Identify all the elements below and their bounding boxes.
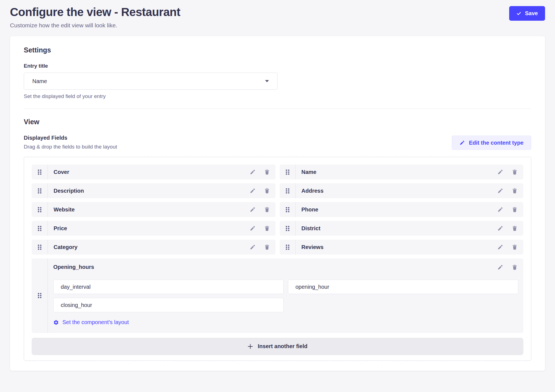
edit-field-button[interactable] [497, 264, 503, 270]
field-row-actions [250, 188, 270, 194]
delete-field-button[interactable] [512, 244, 518, 250]
drag-handle-icon [37, 188, 42, 194]
field-row-label: Price [54, 225, 250, 232]
edit-field-button[interactable] [250, 225, 256, 231]
field-row-label: Address [302, 188, 498, 194]
pencil-icon [459, 140, 465, 145]
field-row-actions [250, 225, 270, 231]
field-row-label: Cover [54, 169, 250, 175]
drag-handle-icon [37, 293, 42, 298]
drag-handle[interactable] [280, 221, 296, 236]
field-row-reviews[interactable]: Reviews [280, 240, 524, 255]
displayed-fields-subtitle: Drag & drop the fields to build the layo… [24, 144, 117, 150]
drag-handle[interactable] [32, 202, 48, 217]
delete-field-button[interactable] [512, 264, 518, 270]
field-row-category[interactable]: Category [32, 240, 276, 255]
entry-title-hint: Set the displayed field of your entry [24, 93, 531, 99]
pencil-icon [497, 247, 503, 251]
edit-field-button[interactable] [497, 188, 503, 194]
field-row-website[interactable]: Website [32, 202, 276, 217]
edit-content-type-label: Edit the content type [469, 140, 524, 146]
component-content: Opening_hours day_interval opening_hour … [48, 258, 523, 333]
edit-field-button[interactable] [250, 244, 256, 250]
component-actions [497, 264, 518, 270]
settings-card: Settings Entry title Name Set the displa… [10, 36, 545, 371]
delete-field-button[interactable] [264, 188, 270, 194]
page-title: Configure the view - Restaurant [10, 6, 180, 19]
check-icon [516, 11, 521, 16]
delete-field-button[interactable] [264, 169, 270, 175]
field-row-district[interactable]: District [280, 221, 524, 236]
field-row-cover[interactable]: Cover [32, 165, 276, 179]
drag-handle[interactable] [280, 202, 296, 217]
edit-field-button[interactable] [497, 169, 503, 175]
field-row-label: Phone [302, 206, 498, 213]
set-component-layout-label: Set the component's layout [62, 319, 129, 325]
displayed-fields-header: Displayed Fields Drag & drop the fields … [24, 135, 531, 150]
entry-title-label: Entry title [24, 63, 531, 69]
drag-handle-icon [285, 226, 290, 231]
subfield-opening-hour[interactable]: opening_hour [288, 280, 518, 294]
edit-field-button[interactable] [497, 244, 503, 250]
drag-handle-icon [285, 169, 290, 175]
field-row-address[interactable]: Address [280, 183, 524, 198]
field-row-opening-hours-component[interactable]: Opening_hours day_interval opening_hour … [32, 258, 523, 333]
trash-icon [512, 228, 518, 232]
field-row-actions [497, 244, 518, 250]
subfield-closing-hour[interactable]: closing_hour [53, 298, 284, 312]
edit-field-button[interactable] [497, 206, 503, 213]
entry-title-select[interactable]: Name [24, 73, 278, 90]
delete-field-button[interactable] [512, 225, 518, 231]
trash-icon [264, 190, 270, 195]
drag-handle[interactable] [280, 165, 296, 179]
field-row-actions [497, 188, 518, 194]
drag-handle-icon [37, 169, 42, 175]
pencil-icon [497, 267, 503, 271]
field-row-phone[interactable]: Phone [280, 202, 524, 217]
fields-grid: Cover Name [32, 165, 523, 333]
edit-field-button[interactable] [497, 225, 503, 231]
drag-handle-icon [285, 244, 290, 250]
delete-field-button[interactable] [264, 225, 270, 231]
edit-content-type-button[interactable]: Edit the content type [452, 136, 531, 150]
delete-field-button[interactable] [512, 206, 518, 213]
section-divider [24, 108, 531, 109]
drag-handle[interactable] [32, 183, 48, 198]
edit-field-button[interactable] [250, 169, 256, 175]
drag-handle[interactable] [32, 240, 48, 255]
insert-another-field-label: Insert another field [258, 343, 307, 349]
drag-handle[interactable] [32, 221, 48, 236]
displayed-fields-title: Displayed Fields [24, 135, 117, 141]
edit-field-button[interactable] [250, 206, 256, 213]
drag-handle[interactable] [280, 240, 296, 255]
field-row-description[interactable]: Description [32, 183, 276, 198]
field-row-label: Description [54, 188, 250, 194]
drag-handle-icon [285, 207, 290, 213]
field-row-label: Website [54, 206, 250, 213]
page-subtitle: Customize how the edit view will look li… [10, 22, 180, 29]
drag-handle-icon [37, 207, 42, 213]
drag-handle[interactable] [280, 183, 296, 198]
drag-handle-icon [285, 188, 290, 194]
drag-handle[interactable] [32, 258, 48, 333]
plus-icon [247, 343, 253, 349]
delete-field-button[interactable] [264, 244, 270, 250]
pencil-icon [250, 209, 256, 213]
pencil-icon [250, 172, 256, 176]
delete-field-button[interactable] [512, 169, 518, 175]
field-row-name[interactable]: Name [280, 165, 524, 179]
field-row-price[interactable]: Price [32, 221, 276, 236]
field-row-label: Reviews [302, 244, 498, 250]
displayed-fields-text: Displayed Fields Drag & drop the fields … [24, 135, 117, 150]
save-button[interactable]: Save [509, 6, 545, 21]
drag-handle[interactable] [32, 165, 48, 179]
delete-field-button[interactable] [512, 188, 518, 194]
entry-title-select-value: Name [32, 78, 47, 84]
field-row-actions [250, 206, 270, 213]
delete-field-button[interactable] [264, 206, 270, 213]
subfield-day-interval[interactable]: day_interval [53, 280, 284, 294]
edit-field-button[interactable] [250, 188, 256, 194]
set-component-layout-link[interactable]: Set the component's layout [53, 319, 129, 325]
trash-icon [264, 172, 270, 176]
insert-another-field-button[interactable]: Insert another field [32, 338, 523, 355]
